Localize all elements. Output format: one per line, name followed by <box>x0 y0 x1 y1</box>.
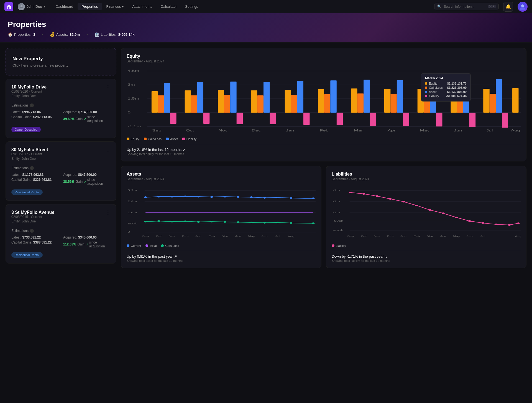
estimations-grid-2: Latest: $733,581.22 Acquired: $345,000.0… <box>11 235 111 248</box>
svg-rect-57 <box>512 88 518 113</box>
more-menu-0[interactable]: ⋮ <box>106 85 111 90</box>
nav-properties[interactable]: Properties <box>78 3 102 10</box>
user-avatar[interactable] <box>518 2 528 12</box>
svg-text:Dec: Dec <box>182 235 189 237</box>
svg-rect-19 <box>197 82 203 113</box>
svg-point-101 <box>237 221 239 223</box>
page-stats: 🏠 Properties: 3 • 💰 Assets: $2.9m • 🏦 Li… <box>8 32 524 37</box>
nav-dashboard[interactable]: Dashboard <box>52 3 77 10</box>
liabilities-footer-sub: Showing total liability for the last 12 … <box>332 259 521 262</box>
property-card-header-2: 3 St MyFolio Avenue 02/08/2015 - Current… <box>11 210 111 228</box>
svg-text:1.6m: 1.6m <box>127 211 137 214</box>
svg-rect-24 <box>237 113 243 124</box>
notification-bell[interactable]: 🔔 <box>503 2 513 12</box>
more-menu-2[interactable]: ⋮ <box>106 210 111 215</box>
svg-point-84 <box>184 196 186 197</box>
est-gains-1: Capital Gains: $326,463.81 <box>11 178 59 186</box>
svg-point-99 <box>210 221 213 222</box>
legend-equity: Equity <box>127 137 139 141</box>
estimations-label-2: Estimations i <box>11 229 111 233</box>
info-icon-0: i <box>30 103 34 107</box>
legend-asset-label: Asset <box>170 137 178 141</box>
legend-gainloss: Gain/Loss <box>144 137 162 141</box>
legend-liability-label: Liability <box>186 137 197 141</box>
user-info[interactable]: John Doe ▾ <box>18 3 45 10</box>
property-card-header-0: 10 MyFolio Drive 01/03/2020 - Current En… <box>11 85 111 102</box>
property-badge-2: Residential Rental <box>11 252 43 258</box>
svg-point-97 <box>184 220 186 222</box>
svg-text:Nov: Nov <box>374 235 381 237</box>
right-panel: Equity September - August 2024 March 202… <box>121 48 526 268</box>
svg-point-103 <box>263 222 266 224</box>
svg-text:-1m: -1m <box>332 211 340 214</box>
tooltip-title: March 2024 <box>425 76 467 80</box>
search-input[interactable] <box>444 5 485 9</box>
svg-point-83 <box>171 196 173 197</box>
est-acquired-0: Acquired: $714,000.00 <box>63 110 111 114</box>
stat-properties: 🏠 Properties: 3 <box>8 32 35 37</box>
est-latest-0: Latest: $996,713.06 <box>11 110 59 114</box>
svg-rect-18 <box>191 95 197 113</box>
estimations-grid-1: Latest: $1,173,963.81 Acquired: $847,500… <box>11 173 111 186</box>
svg-text:Jan: Jan <box>286 129 294 132</box>
legend-liability-item: Liability <box>332 244 346 247</box>
svg-rect-14 <box>158 95 164 113</box>
svg-rect-36 <box>337 113 343 125</box>
page-title: Properties <box>8 20 524 29</box>
more-menu-1[interactable]: ⋮ <box>106 147 111 152</box>
svg-point-141 <box>508 224 511 226</box>
svg-point-140 <box>495 224 497 225</box>
svg-rect-15 <box>164 83 170 113</box>
search-box[interactable]: 🔍 ⌘ K <box>434 3 499 10</box>
svg-text:-990k: -990k <box>332 229 343 232</box>
liabilities-chart-footer: Down by -1.71% in the past year ↘ Showin… <box>332 251 521 262</box>
svg-text:Mar: Mar <box>354 129 363 132</box>
assets-chart-title: Assets <box>127 172 316 177</box>
svg-text:Jul: Jul <box>480 235 485 237</box>
liabilities-footer-title: Down by -1.71% in the past year ↘ <box>332 254 521 258</box>
nav-calculator[interactable]: Calculator <box>157 3 181 10</box>
tooltip-gainloss-dot <box>425 87 427 89</box>
property-card-header-1: 30 MyFolio Street 09/10/2017 - Current E… <box>11 147 111 165</box>
assets-label: Assets: <box>56 32 68 37</box>
svg-text:Sep: Sep <box>142 235 149 237</box>
svg-text:Dec: Dec <box>387 235 394 237</box>
liabilities-chart-container: -1m -1m -1m -996k -990k <box>332 186 521 247</box>
svg-text:Aug: Aug <box>511 129 520 132</box>
nav-finances[interactable]: Finances ▾ <box>103 3 128 10</box>
user-chevron-icon: ▾ <box>44 5 45 8</box>
properties-label: Properties: <box>14 32 32 37</box>
stat-liabilities: 🏦 Liabilities: $-995.14k <box>94 32 135 37</box>
svg-rect-13 <box>152 91 158 113</box>
search-kbd: ⌘ K <box>488 5 496 8</box>
svg-text:-1m: -1m <box>332 189 340 192</box>
property-name-1: 30 MyFolio Street 09/10/2017 - Current E… <box>11 147 48 165</box>
user-name: John Doe <box>27 4 42 9</box>
svg-text:-1.5m: -1.5m <box>128 125 141 128</box>
nav-settings[interactable]: Settings <box>181 3 202 10</box>
equity-legend: Equity Gain/Loss Asset Liability <box>127 137 521 141</box>
equity-chart-container: March 2024 Equity $2,132,131.73 Gain/Los… <box>127 68 521 141</box>
trend-up-icon-2: ↗ <box>86 243 88 246</box>
svg-rect-22 <box>224 95 230 113</box>
new-property-card[interactable]: New Property Click here to create a new … <box>6 48 116 75</box>
svg-point-2 <box>521 4 524 7</box>
equity-chart-card: Equity September - August 2024 March 202… <box>121 48 526 161</box>
assets-footer-title: Up by 0.81% in the past year ↗ <box>127 254 316 258</box>
nav-links: Dashboard Properties Finances ▾ Attachme… <box>52 3 430 10</box>
new-property-title: New Property <box>12 56 109 62</box>
svg-rect-48 <box>436 113 442 126</box>
svg-point-89 <box>250 196 253 198</box>
svg-point-85 <box>197 196 200 197</box>
svg-rect-16 <box>170 113 176 124</box>
search-icon: 🔍 <box>437 4 442 9</box>
svg-text:May: May <box>248 235 255 237</box>
svg-rect-56 <box>502 113 508 128</box>
svg-point-139 <box>481 222 484 224</box>
svg-point-102 <box>250 222 253 223</box>
stat-divider-1: • <box>42 32 43 37</box>
nav-attachments[interactable]: Attachments <box>128 3 156 10</box>
property-card-0: 10 MyFolio Drive 01/03/2020 - Current En… <box>6 79 116 138</box>
trend-up-icon-0: ↗ <box>84 117 86 121</box>
svg-text:-996k: -996k <box>332 219 343 222</box>
